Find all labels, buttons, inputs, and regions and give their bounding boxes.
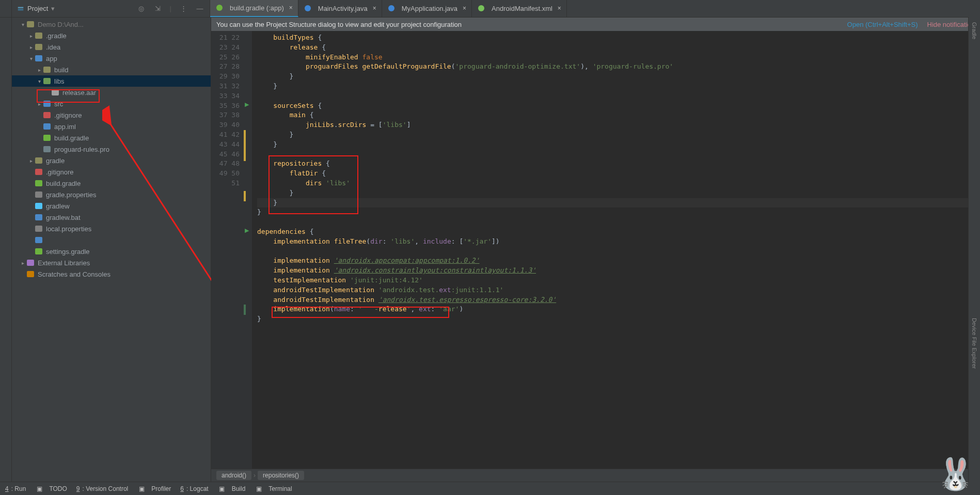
toolwindow-terminal[interactable]: ▣ Terminal: [255, 485, 292, 493]
expand-icon[interactable]: ▾: [36, 78, 43, 84]
folder-b-icon: [43, 100, 51, 108]
tree--gradle[interactable]: ▸.gradle: [12, 30, 211, 41]
hide-icon[interactable]: —: [195, 4, 204, 13]
svg-rect-16: [43, 135, 51, 141]
folder-icon: [35, 31, 43, 40]
iml-icon: [35, 236, 43, 244]
svg-rect-8: [35, 44, 42, 50]
svg-rect-10: [43, 67, 51, 73]
svg-point-4: [388, 5, 394, 11]
close-icon[interactable]: ×: [287, 4, 293, 11]
svg-rect-25: [35, 237, 42, 243]
svg-point-2: [216, 5, 223, 11]
select-opened-file-icon[interactable]: ◎: [137, 4, 146, 13]
code-editor[interactable]: buildTypes { release { minifyEnabled fal…: [252, 31, 973, 469]
gradle-icon: [35, 179, 43, 187]
expand-icon[interactable]: ▸: [27, 44, 35, 50]
svg-rect-24: [35, 226, 42, 232]
close-icon[interactable]: ×: [556, 5, 561, 12]
toolwindow-run[interactable]: 4: Run: [5, 485, 26, 492]
owl-icon: [43, 145, 51, 153]
tree-gradle-properties[interactable]: gradle.properties: [12, 189, 211, 200]
expand-icon[interactable]: ▾: [27, 56, 35, 61]
gear-icon: [35, 190, 43, 199]
sh-icon: [35, 202, 43, 210]
tree-build-gradle[interactable]: build.gradle: [12, 178, 211, 189]
folder-icon: [35, 156, 43, 165]
svg-rect-23: [35, 214, 42, 220]
crumb-android()[interactable]: android(): [216, 471, 251, 480]
close-icon[interactable]: ×: [461, 5, 466, 12]
iml-icon: [43, 122, 51, 131]
svg-rect-9: [35, 55, 42, 61]
tree--gitignore[interactable]: .gitignore: [12, 166, 211, 178]
tree--gitignore[interactable]: .gitignore: [12, 109, 211, 121]
tree-proguard-rules-pro[interactable]: proguard-rules.pro: [12, 143, 211, 155]
expand-icon[interactable]: ▸: [36, 67, 43, 73]
svg-rect-6: [27, 21, 34, 27]
toolwindow-logcat[interactable]: 6: Logcat: [180, 485, 208, 492]
module-icon: [35, 54, 43, 62]
tree-src[interactable]: ▸src: [12, 98, 211, 109]
git-icon: [43, 111, 51, 119]
tree-gradlew-bat[interactable]: gradlew.bat: [12, 212, 211, 223]
expand-icon[interactable]: ▸: [36, 101, 43, 107]
expand-icon[interactable]: ▾: [19, 22, 26, 27]
toolwindow-todo[interactable]: ▣ TODO: [35, 485, 67, 493]
svg-point-5: [478, 5, 484, 11]
toolwindow-build[interactable]: ▣ Build: [218, 485, 246, 493]
tree-build[interactable]: ▸build: [12, 64, 211, 75]
svg-rect-0: [18, 7, 24, 8]
tree-gradle[interactable]: ▸gradle: [12, 155, 211, 166]
tree-libs[interactable]: ▾libs: [12, 75, 211, 87]
gear-icon: [35, 225, 43, 233]
more-icon[interactable]: ⋮: [179, 4, 188, 13]
svg-point-3: [305, 5, 311, 11]
folder-g-icon: [43, 77, 51, 85]
tree-scratches-and-consoles[interactable]: Scratches and Consoles: [12, 268, 211, 280]
android-icon: [477, 4, 485, 12]
tree-item[interactable]: [12, 234, 211, 246]
svg-rect-20: [35, 180, 42, 186]
snow-icon: [51, 88, 59, 97]
svg-rect-17: [43, 146, 51, 152]
expand-icon[interactable]: ▸: [27, 158, 35, 164]
expand-icon[interactable]: ▸: [19, 260, 26, 266]
tree-app-iml[interactable]: app.iml: [12, 121, 211, 132]
svg-rect-27: [27, 260, 34, 266]
collapse-icon[interactable]: ⇲: [153, 4, 163, 13]
gradle-tool-window[interactable]: Gradle: [971, 22, 977, 39]
tree-release-aar[interactable]: release.aar: [12, 87, 211, 98]
tab-myapplication-java[interactable]: MyApplication.java×: [382, 0, 472, 17]
toolwindow-version-control[interactable]: 9: Version Control: [76, 485, 128, 492]
svg-rect-7: [35, 33, 42, 39]
svg-rect-26: [35, 248, 42, 254]
banner-open-link[interactable]: Open (Ctrl+Alt+Shift+S): [847, 21, 918, 28]
breadcrumb: android()›repositories(): [211, 469, 980, 482]
svg-rect-1: [18, 9, 24, 11]
expand-icon[interactable]: ▸: [27, 33, 35, 39]
folder-icon: [43, 66, 51, 74]
close-icon[interactable]: ×: [371, 5, 376, 12]
bat-icon: [35, 213, 43, 221]
svg-rect-13: [43, 101, 51, 107]
svg-rect-15: [43, 123, 51, 130]
tab-androidmanifest-xml[interactable]: AndroidManifest.xml×: [472, 0, 567, 17]
device-file-explorer[interactable]: Device File Explorer: [971, 318, 977, 369]
tree-demo-d-and-[interactable]: ▾Demo D:\And...: [12, 19, 211, 30]
crumb-repositories()[interactable]: repositories(): [258, 471, 304, 480]
toolwindow-profiler[interactable]: ▣ Profiler: [137, 485, 171, 493]
tab-mainactivity-java[interactable]: MainActivity.java×: [298, 0, 382, 17]
tree-settings-gradle[interactable]: settings.gradle: [12, 246, 211, 257]
tree-gradlew[interactable]: gradlew: [12, 200, 211, 212]
tree-local-properties[interactable]: local.properties: [12, 223, 211, 234]
tree-build-gradle[interactable]: build.gradle: [12, 132, 211, 143]
tree-app[interactable]: ▾app: [12, 53, 211, 64]
tree--idea[interactable]: ▸.idea: [12, 41, 211, 53]
tree-external-libraries[interactable]: ▸External Libraries: [12, 257, 211, 268]
project-dropdown[interactable]: Project ▾: [12, 0, 60, 17]
tab-build-gradle-app-[interactable]: build.gradle (:app)×: [210, 0, 298, 17]
scratch-icon: [26, 270, 35, 278]
svg-rect-19: [35, 169, 42, 175]
project-label: Project: [27, 5, 48, 12]
